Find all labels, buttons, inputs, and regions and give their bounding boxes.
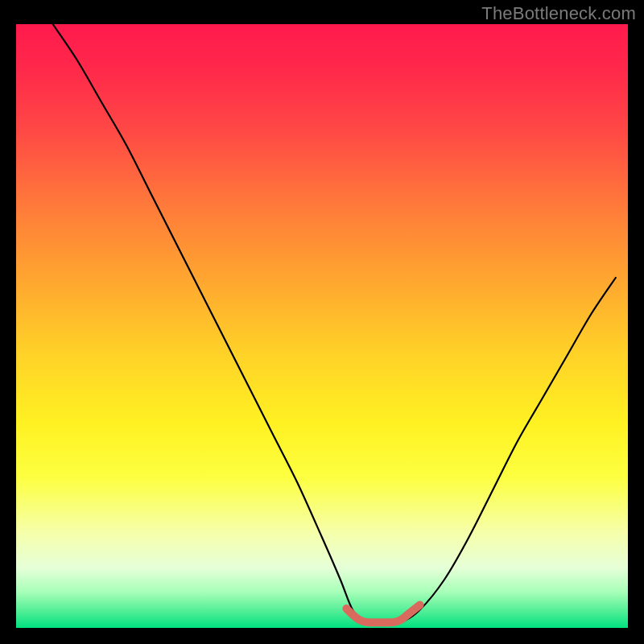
chart-svg (16, 24, 628, 628)
plot-area (16, 24, 628, 628)
chart-frame: TheBottleneck.com (0, 0, 644, 644)
bottleneck-curve-path (53, 24, 616, 623)
watermark-label: TheBottleneck.com (481, 3, 636, 24)
optimal-range-marker-path (346, 605, 419, 623)
